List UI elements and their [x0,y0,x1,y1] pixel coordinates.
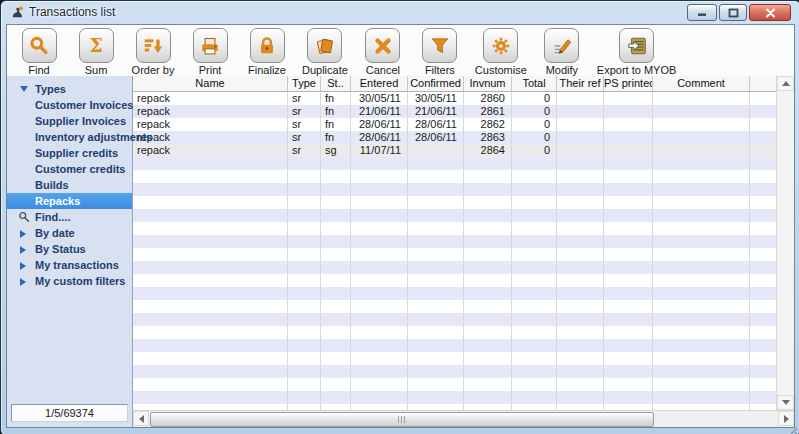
thumb-grip-icon [398,416,406,423]
toolbar-button-print[interactable]: Print [188,28,232,76]
cell-their-ref [557,378,604,391]
cell-type [288,248,321,261]
arrow-down-icon [782,400,790,405]
triangle-right-icon [20,246,26,254]
close-button[interactable] [749,4,791,21]
cell-comment [653,144,750,157]
cell-type: sr [288,92,321,105]
toolbar-button-customise[interactable]: Customise [475,28,527,76]
toolbar-button-cancel[interactable]: Cancel [361,28,405,76]
cell-comment [653,326,750,339]
cell-their-ref [557,196,604,209]
toolbar-button-modify[interactable]: Modify [540,28,584,76]
cell-total: 0 [512,144,557,157]
cell-confirmed: 30/05/11 [408,92,464,105]
cell-confirmed [408,287,464,300]
cell-name [133,339,288,352]
cell-name [133,183,288,196]
column-header-ps-printed-dt[interactable]: PS printed dt. [604,76,653,91]
table-row-empty [133,326,776,339]
sidebar-item-my-transactions[interactable]: My transactions [7,257,132,273]
cell-status [321,196,351,209]
cell-invnum [464,300,512,313]
cell-total [512,209,557,222]
cell-comment [653,274,750,287]
scroll-left-button[interactable] [133,411,149,426]
column-header-invnum[interactable]: Invnum [464,76,512,91]
cell-ps-printed-dt [604,105,653,118]
column-header-type[interactable]: Type [288,76,321,91]
cell-status [321,170,351,183]
sidebar-item-by-date[interactable]: By date [7,225,132,241]
table-body[interactable]: repacksrfn30/05/1130/05/1128600repacksrf… [133,92,776,410]
column-header-comment[interactable]: Comment [653,76,750,91]
sidebar-item-types[interactable]: Types [7,81,132,97]
cell-confirmed [408,248,464,261]
sidebar-item-inventory-adjustments[interactable]: Inventory adjustments [7,129,132,145]
toolbar-button-sum[interactable]: ΣSum [74,28,118,76]
cell-their-ref [557,209,604,222]
titlebar[interactable]: Transactions list [1,1,799,24]
cell-spacer [750,365,776,378]
sidebar-item-customer-credits[interactable]: Customer credits [7,161,132,177]
table-row[interactable]: repacksrfn21/06/1121/06/1128610 [133,105,776,118]
sidebar-item-by-status[interactable]: By Status [7,241,132,257]
cell-their-ref [557,300,604,313]
cell-their-ref [557,287,604,300]
sidebar-item-my-custom-filters[interactable]: My custom filters [7,273,132,289]
cell-ps-printed-dt [604,183,653,196]
cell-status [321,326,351,339]
table-row[interactable]: repacksrfn28/06/1128/06/1128620 [133,118,776,131]
cell-type [288,222,321,235]
horizontal-scroll-thumb[interactable] [150,412,654,427]
column-header-their-ref[interactable]: Their ref [557,76,604,91]
minimize-button[interactable] [687,4,717,21]
cell-status: fn [321,92,351,105]
cell-comment [653,300,750,313]
maximize-button[interactable] [719,4,747,21]
toolbar-button-export-to-myob[interactable]: Export to MYOB [597,28,676,76]
cell-confirmed [408,378,464,391]
scroll-down-button[interactable] [777,395,794,410]
cell-type: sr [288,105,321,118]
cell-type [288,352,321,365]
column-header-total[interactable]: Total [512,76,557,91]
column-header-name[interactable]: Name [133,76,288,91]
sidebar-item-customer-invoices[interactable]: Customer Invoices [7,97,132,113]
horizontal-scrollbar[interactable] [133,410,794,427]
table-row[interactable]: repacksrfn30/05/1130/05/1128600 [133,92,776,105]
cell-invnum [464,222,512,235]
toolbar-button-finalize[interactable]: Finalize [245,28,289,76]
table-row[interactable]: repacksrfn28/06/1128/06/1128630 [133,131,776,144]
cell-ps-printed-dt [604,287,653,300]
table-row[interactable]: repacksrsg11/07/1128640 [133,144,776,157]
sidebar-item-supplier-invoices[interactable]: Supplier Invoices [7,113,132,129]
cell-entered [351,391,408,404]
toolbar-button-duplicate[interactable]: Duplicate [302,28,348,76]
table-row-empty [133,235,776,248]
sidebar-item-supplier-credits[interactable]: Supplier credits [7,145,132,161]
cell-status: sg [321,144,351,157]
sidebar-item-repacks[interactable]: Repacks [7,193,132,209]
cell-type [288,274,321,287]
resize-grip[interactable] [787,423,798,434]
toolbar-button-filters[interactable]: Filters [418,28,462,76]
cell-invnum [464,287,512,300]
cell-total [512,352,557,365]
cell-invnum [464,326,512,339]
scroll-up-button[interactable] [777,76,794,91]
vertical-scrollbar[interactable] [776,76,794,410]
toolbar-button-order-by[interactable]: Order by [131,28,175,76]
sidebar-item-label: Repacks [35,193,80,209]
cell-type [288,326,321,339]
column-header-entered[interactable]: Entered [351,76,408,91]
cell-comment [653,352,750,365]
cell-total [512,222,557,235]
column-header-status[interactable]: St.. [321,76,351,91]
column-header-confirmed[interactable]: Confirmed [408,76,464,91]
toolbar-button-find[interactable]: Find [17,28,61,76]
sidebar-item-builds[interactable]: Builds [7,177,132,193]
cell-entered [351,300,408,313]
sidebar-item-find[interactable]: Find.... [7,209,132,225]
sidebar-items: TypesCustomer InvoicesSupplier InvoicesI… [7,81,132,289]
